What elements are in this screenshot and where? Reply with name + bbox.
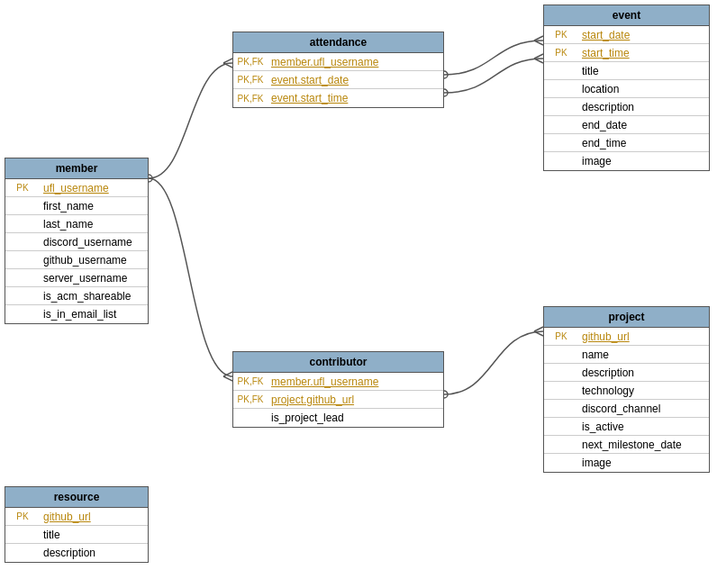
- row-value: description: [40, 545, 148, 561]
- row-value: ufl_username: [40, 180, 148, 196]
- row-value: description: [578, 365, 709, 381]
- table-row: end_date: [544, 116, 709, 134]
- table-row: title: [5, 526, 148, 544]
- table-row: end_time: [544, 134, 709, 152]
- table-resource: resourcePKgithub_urltitledescription: [5, 486, 149, 563]
- row-key-label: [5, 240, 40, 244]
- svg-line-1: [223, 63, 232, 68]
- row-value: github_url: [40, 509, 148, 525]
- table-row: image: [544, 454, 709, 472]
- row-value: last_name: [40, 216, 148, 232]
- row-key-label: [544, 371, 578, 375]
- row-value: member.ufl_username: [268, 374, 443, 390]
- row-key-label: PK: [544, 330, 578, 343]
- table-row: is_in_email_list: [5, 305, 148, 323]
- row-value: server_username: [40, 270, 148, 286]
- table-row: first_name: [5, 197, 148, 215]
- row-key-label: [544, 353, 578, 357]
- row-key-label: [5, 312, 40, 316]
- svg-line-7: [534, 54, 543, 59]
- table-header-resource: resource: [5, 487, 148, 508]
- row-value: is_active: [578, 419, 709, 435]
- row-key-label: [5, 533, 40, 537]
- row-value: start_date: [578, 27, 709, 43]
- row-key-label: PK,FK: [233, 92, 268, 105]
- row-key-label: PK,FK: [233, 73, 268, 86]
- table-row: image: [544, 152, 709, 170]
- row-value: discord_channel: [578, 401, 709, 417]
- table-row: github_username: [5, 251, 148, 269]
- row-key-label: [233, 416, 268, 420]
- row-value: name: [578, 347, 709, 363]
- svg-line-5: [534, 41, 543, 45]
- row-key-label: PK: [5, 181, 40, 194]
- row-key-label: [544, 105, 578, 109]
- svg-line-0: [223, 59, 232, 63]
- row-key-label: [544, 425, 578, 429]
- table-header-project: project: [544, 307, 709, 328]
- row-key-label: PK,FK: [233, 375, 268, 388]
- row-value: github_url: [578, 329, 709, 345]
- table-event: eventPKstart_datePKstart_timetitlelocati…: [543, 5, 710, 171]
- row-value: is_acm_shareable: [40, 288, 148, 304]
- table-row: is_acm_shareable: [5, 287, 148, 305]
- table-header-contributor: contributor: [233, 352, 443, 373]
- table-row: description: [5, 544, 148, 562]
- table-row: name: [544, 346, 709, 364]
- row-key-label: [544, 443, 578, 447]
- table-row: PKufl_username: [5, 179, 148, 197]
- row-key-label: [5, 294, 40, 298]
- row-value: technology: [578, 383, 709, 399]
- table-row: is_project_lead: [233, 409, 443, 427]
- table-row: PKgithub_url: [5, 508, 148, 526]
- row-value: event.start_date: [268, 72, 443, 88]
- row-value: discord_username: [40, 234, 148, 250]
- table-row: last_name: [5, 215, 148, 233]
- table-row: PKgithub_url: [544, 328, 709, 346]
- svg-line-4: [534, 36, 543, 41]
- row-key-label: [5, 551, 40, 555]
- row-value: member.ufl_username: [268, 54, 443, 70]
- table-attendance: attendancePK,FKmember.ufl_usernamePK,FKe…: [232, 32, 444, 108]
- svg-line-13: [534, 331, 543, 336]
- row-key-label: [544, 123, 578, 127]
- table-row: PK,FKmember.ufl_username: [233, 53, 443, 71]
- table-project: projectPKgithub_urlnamedescriptiontechno…: [543, 306, 710, 473]
- row-key-label: [544, 159, 578, 163]
- row-value: image: [578, 153, 709, 169]
- row-key-label: [544, 389, 578, 393]
- table-row: location: [544, 80, 709, 98]
- row-value: first_name: [40, 198, 148, 214]
- row-key-label: [544, 407, 578, 411]
- row-value: description: [578, 99, 709, 115]
- row-value: end_date: [578, 117, 709, 133]
- row-key-label: [5, 222, 40, 226]
- table-row: PK,FKproject.github_url: [233, 391, 443, 409]
- row-value: project.github_url: [268, 392, 443, 408]
- row-key-label: [5, 258, 40, 262]
- table-row: PK,FKevent.start_time: [233, 89, 443, 107]
- row-key-label: [544, 69, 578, 73]
- row-value: start_time: [578, 45, 709, 61]
- svg-line-9: [223, 372, 232, 376]
- row-key-label: [5, 204, 40, 208]
- table-row: next_milestone_date: [544, 436, 709, 454]
- row-value: end_time: [578, 135, 709, 151]
- table-header-event: event: [544, 5, 709, 26]
- row-value: location: [578, 81, 709, 97]
- svg-line-12: [534, 327, 543, 331]
- svg-line-8: [534, 59, 543, 63]
- row-key-label: PK: [544, 28, 578, 41]
- table-row: PK,FKevent.start_date: [233, 71, 443, 89]
- table-contributor: contributorPK,FKmember.ufl_usernamePK,FK…: [232, 351, 444, 428]
- row-key-label: [5, 276, 40, 280]
- table-header-attendance: attendance: [233, 32, 443, 53]
- row-key-label: PK,FK: [233, 393, 268, 406]
- table-row: PKstart_time: [544, 44, 709, 62]
- row-value: title: [578, 63, 709, 79]
- table-row: PK,FKmember.ufl_username: [233, 373, 443, 391]
- row-value: is_in_email_list: [40, 306, 148, 322]
- table-header-member: member: [5, 158, 148, 179]
- row-value: image: [578, 455, 709, 471]
- row-key-label: [544, 87, 578, 91]
